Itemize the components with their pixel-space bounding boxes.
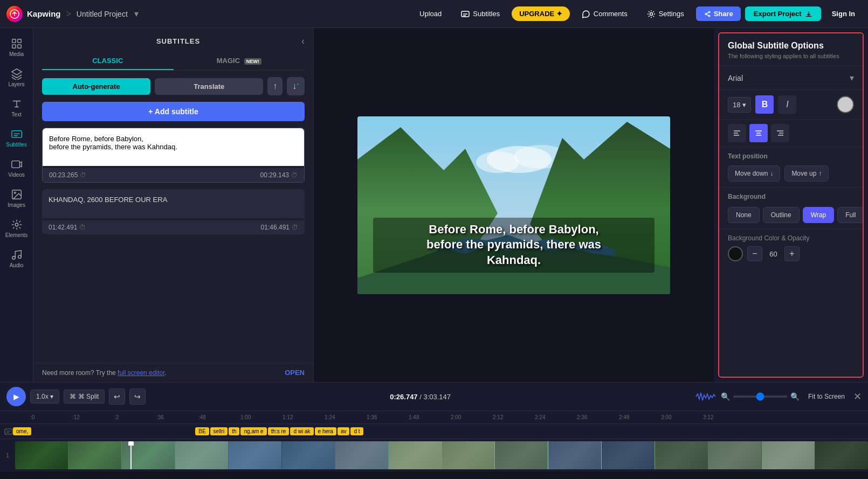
signin-button[interactable]: Sign In	[825, 6, 862, 21]
opacity-increase-button[interactable]: +	[784, 246, 800, 261]
export-button[interactable]: Export Project	[745, 6, 821, 21]
subtitle-chip-1[interactable]: BE	[195, 427, 209, 435]
autogenerate-button[interactable]: Auto-generate	[42, 78, 150, 95]
subtitles-panel: SUBTITLES ‹ CLASSIC MAGIC NEW! Auto-gene…	[33, 28, 314, 382]
ruler-mark-15: 3:00	[661, 414, 703, 420]
more-room-bar: Need more room? Try the full screen edit…	[33, 363, 313, 382]
sidebar-label-subtitles: Subtitles	[6, 142, 26, 148]
bg-none-button[interactable]: None	[728, 207, 760, 223]
video-filmstrip[interactable]	[15, 441, 868, 469]
sidebar-item-media[interactable]: Media	[0, 32, 33, 63]
subtitle-chip-9[interactable]: d t	[350, 427, 363, 435]
bg-color-picker[interactable]	[728, 246, 743, 261]
sidebar-item-audio[interactable]: Audio	[0, 244, 33, 274]
import-icon-button[interactable]: ↑	[267, 77, 283, 95]
opacity-value: 60	[767, 250, 780, 258]
font-controls: 18 ▾ B I	[719, 90, 863, 120]
video-track-row: 1	[0, 439, 868, 471]
background-section: Background None Outline Wrap Full	[719, 188, 863, 229]
translate-button[interactable]: Translate	[155, 78, 263, 95]
bold-button[interactable]: B	[755, 95, 774, 114]
waveform-icon	[695, 391, 717, 402]
arrow-down-icon: ↓	[770, 170, 773, 177]
subtitle-chip-0[interactable]: ome,	[13, 427, 31, 435]
zoom-out-icon[interactable]: 🔍	[721, 392, 730, 401]
fit-to-screen-button[interactable]: Fit to Screen	[804, 391, 849, 402]
align-right-button[interactable]	[771, 124, 789, 142]
subtitle-text-1[interactable]: Before Rome, before Babylon, before the …	[43, 128, 304, 166]
subtitle-chip-8[interactable]: av	[337, 427, 350, 435]
comments-button[interactable]: Comments	[574, 6, 635, 22]
subtitle-chip-2[interactable]: sellri	[210, 427, 228, 435]
svg-point-5	[708, 15, 710, 17]
subtitle-chip-4[interactable]: ng,am e	[240, 427, 266, 435]
sidebar-item-text[interactable]: Text	[0, 93, 33, 123]
text-color-picker[interactable]	[837, 96, 854, 113]
sidebar-item-subtitles[interactable]: Subtitles	[0, 123, 33, 153]
italic-button[interactable]: I	[778, 95, 796, 114]
sidebar-item-elements[interactable]: Elements	[0, 213, 33, 244]
settings-button[interactable]: Settings	[639, 6, 692, 22]
font-size-dropdown[interactable]: 18 ▾	[728, 97, 751, 113]
sidebar-label-layers: Layers	[8, 81, 24, 87]
bg-full-button[interactable]: Full	[837, 207, 864, 223]
brand-name[interactable]: Kapwing	[27, 9, 61, 18]
zoom-in-icon[interactable]: 🔍	[790, 392, 800, 401]
align-center-button[interactable]	[749, 124, 768, 142]
fullscreen-editor-link[interactable]: full screen editor	[118, 369, 164, 377]
alignment-controls	[719, 120, 863, 147]
close-timeline-button[interactable]: ✕	[853, 391, 862, 402]
subtitle-chip-6[interactable]: d wi ak	[290, 427, 313, 435]
ruler-mark-8: 1:36	[367, 414, 409, 420]
zoom-slider[interactable]	[733, 395, 787, 398]
app-logo[interactable]	[6, 6, 23, 22]
ruler-mark-3: :36	[156, 414, 198, 420]
bg-outline-button[interactable]: Outline	[763, 207, 800, 223]
split-button[interactable]: ⌘ ⌘ Split	[64, 390, 105, 404]
project-chevron-icon[interactable]: ▾	[134, 9, 139, 19]
bg-wrap-button[interactable]: Wrap	[803, 207, 834, 223]
timeline-ruler: :0 :12 :2 :36 :48 1:00 1:12 1:24 1:36 1:…	[0, 411, 868, 424]
svg-point-19	[476, 151, 519, 173]
font-selector[interactable]: Arial ▾	[719, 66, 863, 90]
move-up-button[interactable]: Move up ↑	[784, 165, 829, 182]
tab-classic[interactable]: CLASSIC	[42, 52, 174, 70]
align-left-button[interactable]	[728, 124, 746, 142]
subtitle-chip-3[interactable]: th	[229, 427, 239, 435]
sidebar-label-images: Images	[8, 202, 25, 208]
timeline-controls: ▶ 1.0x ▾ ⌘ ⌘ Split ↩ ↪ 0:26.747 / 3:03.1…	[0, 383, 868, 411]
upload-button[interactable]: Upload	[412, 6, 449, 21]
sidebar-item-images[interactable]: Images	[0, 183, 33, 213]
subtitles-button[interactable]: Subtitles	[453, 6, 507, 22]
open-fullscreen-button[interactable]: OPEN	[285, 369, 305, 377]
ruler-mark-4: :48	[198, 414, 240, 420]
move-down-button[interactable]: Move down ↓	[728, 165, 780, 182]
ruler-marks: :0 :12 :2 :36 :48 1:00 1:12 1:24 1:36 1:…	[15, 414, 868, 420]
subtitle-chip-5[interactable]: th:s re	[268, 427, 290, 435]
undo-button[interactable]: ↩	[109, 388, 125, 405]
text-position-controls: Move down ↓ Move up ↑	[719, 163, 863, 188]
playback-speed-selector[interactable]: 1.0x ▾	[30, 390, 59, 404]
sidebar-label-audio: Audio	[10, 262, 24, 268]
redo-button[interactable]: ↪	[129, 388, 146, 405]
tab-magic[interactable]: MAGIC NEW!	[174, 52, 305, 70]
ruler-mark-14: 2:48	[619, 414, 661, 420]
background-buttons: None Outline Wrap Full	[728, 207, 854, 223]
subtitle-text-2[interactable]: KHANDAQ, 2600 BEFORE OUR ERA	[42, 189, 305, 218]
export-icon-button[interactable]: ↓+	[287, 77, 305, 95]
subtitles-close-button[interactable]: ‹	[301, 36, 305, 47]
subtitle-chip-7[interactable]: e hera	[315, 427, 336, 435]
bg-color-label: Background Color & Opacity	[728, 234, 854, 242]
project-name[interactable]: Untitled Project	[77, 10, 128, 18]
svg-point-3	[705, 13, 707, 15]
opacity-decrease-button[interactable]: −	[747, 246, 762, 261]
upgrade-button[interactable]: UPGRADE ✦	[512, 6, 570, 21]
sidebar-item-layers[interactable]: Layers	[0, 63, 33, 93]
share-button[interactable]: Share	[696, 6, 741, 21]
sidebar-item-videos[interactable]: Videos	[0, 153, 33, 183]
play-button[interactable]: ▶	[6, 387, 26, 406]
sidebar-label-elements: Elements	[5, 232, 28, 238]
svg-rect-10	[11, 131, 21, 138]
add-subtitle-button[interactable]: + Add subtitle	[42, 102, 305, 121]
svg-point-15	[12, 256, 15, 260]
